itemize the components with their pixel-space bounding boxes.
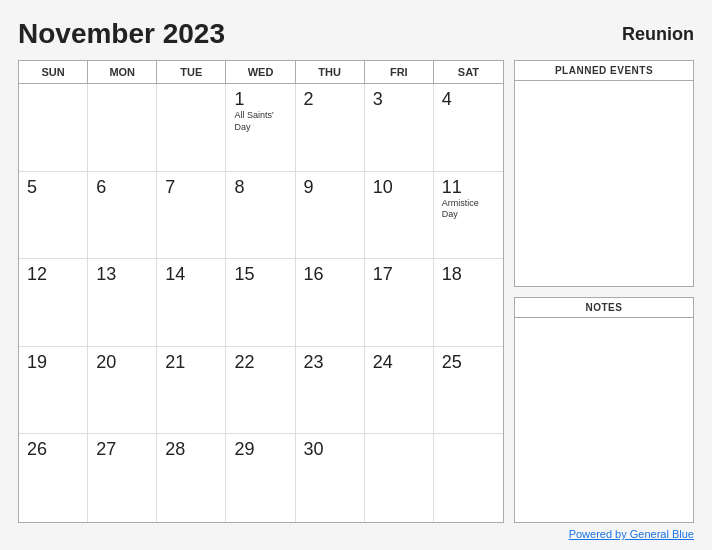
calendar-cell: 21	[157, 347, 226, 435]
cell-day-number: 12	[27, 265, 79, 283]
calendar-cell: 25	[434, 347, 503, 435]
calendar-cell: 26	[19, 434, 88, 522]
calendar-cell: 23	[296, 347, 365, 435]
calendar-cell	[157, 84, 226, 172]
calendar-cell: 18	[434, 259, 503, 347]
calendar-cell	[19, 84, 88, 172]
calendar-cell: 2	[296, 84, 365, 172]
cell-day-number: 20	[96, 353, 148, 371]
cell-day-number: 5	[27, 178, 79, 196]
calendar-cell: 28	[157, 434, 226, 522]
month-title: November 2023	[18, 18, 225, 50]
calendar-cell: 10	[365, 172, 434, 260]
calendar-cell: 4	[434, 84, 503, 172]
calendar-cell: 24	[365, 347, 434, 435]
calendar-cell: 22	[226, 347, 295, 435]
day-headers: SUNMONTUEWEDTHUFRISAT	[19, 61, 503, 84]
calendar-cell: 8	[226, 172, 295, 260]
cell-day-number: 8	[234, 178, 286, 196]
cell-event: Armistice Day	[442, 198, 495, 221]
day-header: TUE	[157, 61, 226, 83]
calendar-cell: 3	[365, 84, 434, 172]
region-title: Reunion	[622, 24, 694, 45]
cell-day-number: 6	[96, 178, 148, 196]
sidebar: PLANNED EVENTS NOTES	[514, 60, 694, 523]
cell-day-number: 1	[234, 90, 286, 108]
day-header: SUN	[19, 61, 88, 83]
calendar-cell: 15	[226, 259, 295, 347]
planned-events-title: PLANNED EVENTS	[515, 61, 693, 81]
calendar-cell: 12	[19, 259, 88, 347]
cell-day-number: 10	[373, 178, 425, 196]
cell-day-number: 17	[373, 265, 425, 283]
calendar-cell	[88, 84, 157, 172]
day-header: THU	[296, 61, 365, 83]
cell-day-number: 3	[373, 90, 425, 108]
calendar-cell: 14	[157, 259, 226, 347]
calendar-cell: 5	[19, 172, 88, 260]
day-header: SAT	[434, 61, 503, 83]
calendar-cell: 30	[296, 434, 365, 522]
cell-day-number: 7	[165, 178, 217, 196]
calendar-cell: 17	[365, 259, 434, 347]
cell-day-number: 19	[27, 353, 79, 371]
cell-day-number: 23	[304, 353, 356, 371]
calendar-cell: 13	[88, 259, 157, 347]
calendar-cell: 1All Saints' Day	[226, 84, 295, 172]
calendar-cell: 19	[19, 347, 88, 435]
calendar-cell: 20	[88, 347, 157, 435]
cell-day-number: 27	[96, 440, 148, 458]
calendar-cell	[365, 434, 434, 522]
cell-day-number: 9	[304, 178, 356, 196]
calendar-cell: 29	[226, 434, 295, 522]
day-header: WED	[226, 61, 295, 83]
calendar-cell: 6	[88, 172, 157, 260]
cell-day-number: 15	[234, 265, 286, 283]
calendar-cell	[434, 434, 503, 522]
cell-event: All Saints' Day	[234, 110, 286, 133]
page-header: November 2023 Reunion	[18, 18, 694, 50]
calendar-cell: 16	[296, 259, 365, 347]
cell-day-number: 21	[165, 353, 217, 371]
notes-box: NOTES	[514, 297, 694, 524]
cell-day-number: 13	[96, 265, 148, 283]
cell-day-number: 14	[165, 265, 217, 283]
cell-day-number: 2	[304, 90, 356, 108]
day-header: FRI	[365, 61, 434, 83]
calendar: SUNMONTUEWEDTHUFRISAT 1All Saints' Day23…	[18, 60, 504, 523]
cell-day-number: 4	[442, 90, 495, 108]
calendar-cell: 9	[296, 172, 365, 260]
main-content: SUNMONTUEWEDTHUFRISAT 1All Saints' Day23…	[18, 60, 694, 523]
day-header: MON	[88, 61, 157, 83]
planned-events-box: PLANNED EVENTS	[514, 60, 694, 287]
calendar-cell: 27	[88, 434, 157, 522]
cell-day-number: 28	[165, 440, 217, 458]
calendar-cell: 7	[157, 172, 226, 260]
cell-day-number: 25	[442, 353, 495, 371]
cell-day-number: 29	[234, 440, 286, 458]
footer: Powered by General Blue	[18, 523, 694, 540]
notes-content	[515, 318, 693, 523]
cell-day-number: 24	[373, 353, 425, 371]
cell-day-number: 30	[304, 440, 356, 458]
cell-day-number: 18	[442, 265, 495, 283]
calendar-cell: 11Armistice Day	[434, 172, 503, 260]
cell-day-number: 22	[234, 353, 286, 371]
cell-day-number: 16	[304, 265, 356, 283]
calendar-grid: 1All Saints' Day234567891011Armistice Da…	[19, 84, 503, 522]
notes-title: NOTES	[515, 298, 693, 318]
cell-day-number: 26	[27, 440, 79, 458]
planned-events-content	[515, 81, 693, 286]
cell-day-number: 11	[442, 178, 495, 196]
powered-by-link[interactable]: Powered by General Blue	[569, 528, 694, 540]
